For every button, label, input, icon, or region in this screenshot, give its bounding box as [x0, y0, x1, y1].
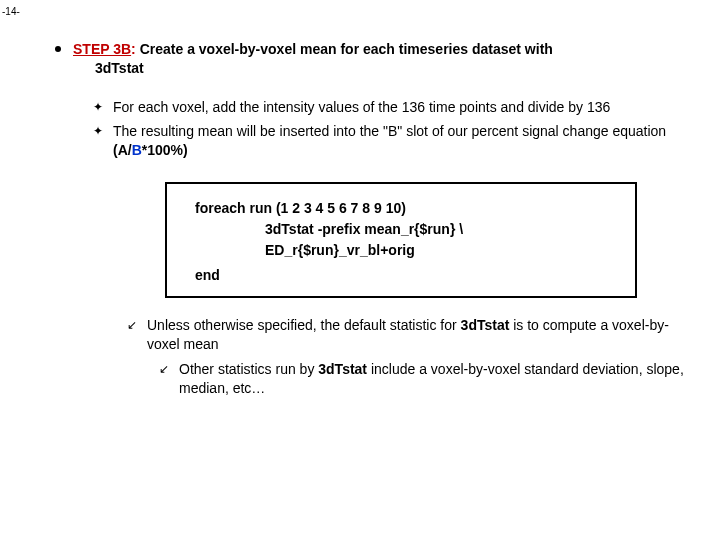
note-2-text: Other statistics run by 3dTstat include … [179, 360, 700, 398]
step-heading: STEP 3B: Create a voxel-by-voxel mean fo… [73, 40, 553, 60]
list-item: ✦ For each voxel, add the intensity valu… [93, 98, 700, 117]
code-block: foreach run (1 2 3 4 5 6 7 8 9 10) 3dTst… [165, 182, 637, 298]
list-item: ✦ The resulting mean will be inserted in… [93, 122, 700, 160]
sub-text-1: For each voxel, add the intensity values… [113, 98, 700, 117]
notes-1: ↙ Unless otherwise specified, the defaul… [127, 316, 700, 354]
eq-a: A [118, 142, 128, 158]
step-desc: Create a voxel-by-voxel mean for each ti… [140, 41, 553, 57]
note-1b: 3dTstat [461, 317, 510, 333]
code-line-2: 3dTstat -prefix mean_r{$run} \ [195, 219, 625, 240]
arrow-icon: ↙ [159, 361, 173, 377]
diamond-icon: ✦ [93, 99, 107, 115]
note-1-text: Unless otherwise specified, the default … [147, 316, 700, 354]
eq-rest: *100%) [142, 142, 188, 158]
code-line-1: foreach run (1 2 3 4 5 6 7 8 9 10) [195, 198, 625, 219]
note-2b: 3dTstat [318, 361, 367, 377]
step-label: STEP 3B [73, 41, 131, 57]
slide-body: STEP 3B: Create a voxel-by-voxel mean fo… [55, 40, 700, 404]
sub-text-2a: The resulting mean will be inserted into… [113, 123, 666, 139]
eq-b: B [132, 142, 142, 158]
list-item: ↙ Other statistics run by 3dTstat includ… [159, 360, 700, 398]
sub-text-2: The resulting mean will be inserted into… [113, 122, 700, 160]
step-row: STEP 3B: Create a voxel-by-voxel mean fo… [55, 40, 700, 60]
notes-2: ↙ Other statistics run by 3dTstat includ… [159, 360, 700, 398]
page-number: -14- [2, 6, 20, 17]
bullet-icon [55, 46, 61, 52]
list-item: ↙ Unless otherwise specified, the defaul… [127, 316, 700, 354]
step-colon: : [131, 41, 140, 57]
sub-list: ✦ For each voxel, add the intensity valu… [93, 98, 700, 161]
arrow-icon: ↙ [127, 317, 141, 333]
diamond-icon: ✦ [93, 123, 107, 139]
note-1a: Unless otherwise specified, the default … [147, 317, 461, 333]
code-line-4: end [195, 265, 625, 286]
step-program: 3dTstat [95, 60, 700, 76]
code-line-3: ED_r{$run}_vr_bl+orig [195, 240, 625, 261]
note-2a: Other statistics run by [179, 361, 318, 377]
